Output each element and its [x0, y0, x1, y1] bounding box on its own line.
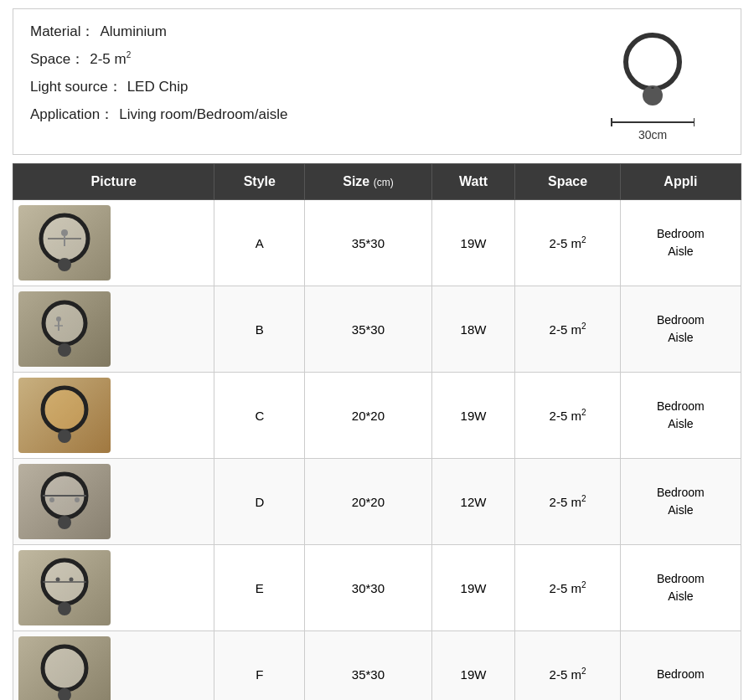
- style-cell: A: [214, 200, 305, 286]
- dim-label: 30cm: [638, 128, 667, 142]
- size-cell: 35*30: [305, 286, 431, 373]
- lamp-diagram: [598, 30, 707, 114]
- picture-cell: [13, 286, 214, 373]
- light-source-value: LED Chip: [127, 79, 188, 95]
- space-cell: 2-5 m2: [515, 373, 620, 459]
- table-row: C 20*20 19W 2-5 m2 BedroomAisle: [13, 373, 741, 459]
- svg-point-16: [58, 516, 71, 529]
- svg-point-18: [49, 497, 54, 502]
- application-row: Application： Living room/Bedroom/aisle: [30, 105, 287, 124]
- appli-cell: BedroomAisle: [620, 286, 741, 373]
- watt-cell: 12W: [431, 459, 515, 545]
- dim-tick-right: [694, 118, 695, 126]
- svg-point-23: [56, 578, 60, 582]
- dim-line: [612, 121, 694, 123]
- space-label: Space：: [30, 49, 85, 69]
- svg-point-9: [58, 343, 71, 357]
- watt-cell: 19W: [431, 373, 515, 459]
- space-cell: 2-5 m2: [515, 545, 620, 631]
- light-source-row: Light source： LED Chip: [30, 77, 287, 96]
- appli-cell: BedroomAisle: [620, 545, 741, 631]
- space-cell: 2-5 m2: [515, 200, 620, 286]
- picture-cell: [13, 200, 214, 286]
- svg-point-24: [70, 578, 74, 582]
- watt-cell: 19W: [431, 200, 515, 286]
- picture-cell: [13, 459, 214, 545]
- info-left: Material： Aluminium Space： 2-5 m2 Light …: [30, 22, 287, 124]
- style-cell: F: [214, 631, 305, 701]
- style-cell: E: [214, 545, 305, 631]
- table-section: Picture Style Size (cm) Watt Space Appli: [13, 163, 741, 700]
- info-section: Material： Aluminium Space： 2-5 m2 Light …: [13, 8, 741, 155]
- svg-point-10: [56, 317, 61, 322]
- product-table: Picture Style Size (cm) Watt Space Appli: [13, 163, 741, 700]
- col-header-space: Space: [515, 164, 620, 200]
- appli-cell: BedroomAisle: [620, 373, 741, 459]
- svg-point-14: [58, 430, 71, 443]
- style-cell: C: [214, 373, 305, 459]
- lamp-thumbnail: [18, 378, 111, 453]
- watt-cell: 18W: [431, 286, 515, 373]
- svg-point-25: [43, 646, 86, 690]
- style-cell: D: [214, 459, 305, 545]
- table-row: D 20*20 12W 2-5 m2 BedroomAisle: [13, 459, 741, 545]
- space-cell: 2-5 m2: [515, 459, 620, 545]
- picture-cell: [13, 631, 214, 701]
- size-label: Size: [343, 174, 369, 188]
- table-row: E 30*30 19W 2-5 m2 BedroomAisle: [13, 545, 741, 631]
- dimension-line: 30cm: [611, 118, 695, 142]
- lamp-thumbnail: [18, 464, 111, 539]
- size-unit: (cm): [374, 177, 394, 188]
- size-cell: 20*20: [305, 373, 431, 459]
- space-value: 2-5 m2: [90, 50, 131, 68]
- svg-point-8: [44, 302, 85, 344]
- col-header-watt: Watt: [431, 164, 515, 200]
- material-row: Material： Aluminium: [30, 22, 287, 41]
- svg-point-21: [58, 602, 71, 615]
- col-header-size: Size (cm): [305, 164, 431, 200]
- svg-point-6: [61, 229, 68, 236]
- size-cell: 35*30: [305, 200, 431, 286]
- size-cell: 35*30: [305, 631, 431, 701]
- svg-point-0: [626, 35, 679, 89]
- table-row: A 35*30 19W 2-5 m2 BedroomAisle: [13, 200, 741, 286]
- lamp-thumbnail: [18, 291, 111, 367]
- appli-cell: BedroomAisle: [620, 459, 741, 545]
- size-cell: 20*20: [305, 459, 431, 545]
- picture-cell: [13, 373, 214, 459]
- lamp-thumbnail: [18, 636, 111, 700]
- space-cell: 2-5 m2: [515, 286, 620, 373]
- style-cell: B: [214, 286, 305, 373]
- svg-point-4: [58, 258, 71, 271]
- space-cell: 2-5 m2: [515, 631, 620, 701]
- application-value: Living room/Bedroom/aisle: [119, 106, 287, 123]
- application-label: Application：: [30, 105, 114, 124]
- svg-point-19: [75, 497, 80, 502]
- picture-cell: [13, 545, 214, 631]
- material-label: Material：: [30, 22, 95, 41]
- watt-cell: 19W: [431, 545, 515, 631]
- info-right: 30cm: [598, 22, 724, 142]
- material-value: Aluminium: [100, 23, 166, 40]
- lamp-thumbnail: [18, 550, 111, 625]
- appli-cell: Bedroom: [620, 631, 741, 701]
- table-row: F 35*30 19W 2-5 m2 Bedroom: [13, 631, 741, 701]
- svg-point-13: [43, 388, 86, 431]
- watt-cell: 19W: [431, 631, 515, 701]
- space-row: Space： 2-5 m2: [30, 49, 287, 69]
- table-row: B 35*30 18W 2-5 m2 BedroomAisle: [13, 286, 741, 373]
- col-header-style: Style: [214, 164, 305, 200]
- col-header-picture: Picture: [13, 164, 214, 200]
- size-cell: 30*30: [305, 545, 431, 631]
- dim-arrow: [611, 118, 695, 126]
- lamp-thumbnail: [18, 205, 111, 281]
- light-source-label: Light source：: [30, 77, 122, 96]
- appli-cell: BedroomAisle: [620, 200, 741, 286]
- table-header-row: Picture Style Size (cm) Watt Space Appli: [13, 164, 741, 200]
- col-header-appli: Appli: [620, 164, 741, 200]
